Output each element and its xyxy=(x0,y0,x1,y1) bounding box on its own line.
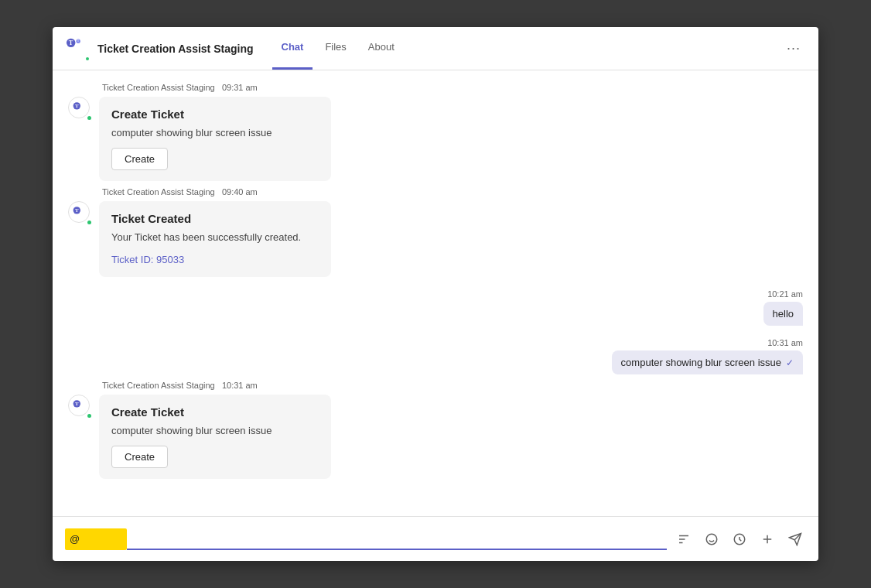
tab-chat[interactable]: Chat xyxy=(272,27,313,70)
header-title: Ticket Creation Assist Staging xyxy=(97,43,254,55)
ticket-id-link[interactable]: Ticket ID: 95033 xyxy=(111,254,184,265)
user-meta-1: 10:21 am xyxy=(767,289,803,299)
card-body-3: computer showing blur screen issue xyxy=(111,425,319,436)
user-message-2: 10:31 am computer showing blur screen is… xyxy=(68,338,803,374)
create-button-2[interactable]: Create xyxy=(111,446,168,468)
create-button-1[interactable]: Create xyxy=(111,148,168,170)
tab-files[interactable]: Files xyxy=(316,27,355,70)
bot-meta-3: Ticket Creation Assist Staging 10:31 am xyxy=(102,381,803,390)
bot-message-3: Ticket Creation Assist Staging 10:31 am … xyxy=(68,381,803,479)
svg-text:T: T xyxy=(75,207,79,213)
bot-avatar-1: T xyxy=(68,97,93,121)
tab-about[interactable]: About xyxy=(359,27,404,70)
card-body-2: Your Ticket has been successfully create… xyxy=(111,231,319,243)
header: T T Ticket Creation Assist Staging Chat … xyxy=(53,27,818,70)
card-title-2: Ticket Created xyxy=(111,212,319,225)
bot-message-1: Ticket Creation Assist Staging 09:31 am … xyxy=(68,83,803,181)
user-meta-2: 10:31 am xyxy=(767,338,803,347)
svg-text:T: T xyxy=(75,103,79,108)
bot-card-3: Create Ticket computer showing blur scre… xyxy=(99,395,331,479)
user-bubble-1: hello xyxy=(763,302,803,326)
user-message-1: 10:21 am hello xyxy=(68,289,803,326)
attach-icon[interactable] xyxy=(757,528,778,550)
send-icon[interactable] xyxy=(784,528,806,550)
bot-card-1: Create Ticket computer showing blur scre… xyxy=(99,97,331,181)
input-underline[interactable] xyxy=(127,528,667,550)
bot-time-1: 09:31 am xyxy=(222,83,258,92)
bot-sender-3: Ticket Creation Assist Staging xyxy=(102,381,215,390)
bot-avatar-2: T xyxy=(68,201,93,226)
bot-sender-2: Ticket Creation Assist Staging xyxy=(102,187,215,197)
input-field-wrap: @ xyxy=(65,528,667,550)
bot-status-2 xyxy=(86,219,93,226)
bot-message-2: Ticket Creation Assist Staging 09:40 am … xyxy=(68,187,803,277)
more-options-button[interactable]: ··· xyxy=(781,36,806,61)
app-window: T T Ticket Creation Assist Staging Chat … xyxy=(53,27,818,561)
check-icon: ✓ xyxy=(786,357,794,368)
user-text-2: computer showing blur screen issue xyxy=(621,357,781,368)
svg-text:T: T xyxy=(75,401,79,406)
card-title-3: Create Ticket xyxy=(111,405,319,419)
bot-status-1 xyxy=(86,115,93,121)
format-icon[interactable] xyxy=(673,528,695,550)
bot-status-3 xyxy=(86,412,93,419)
bot-meta-1: Ticket Creation Assist Staging 09:31 am xyxy=(102,83,803,92)
input-bar: @ xyxy=(53,516,818,561)
emoji-icon[interactable] xyxy=(701,528,722,550)
svg-point-10 xyxy=(706,534,717,545)
sticker-icon[interactable] xyxy=(729,528,750,550)
bot-sender-1: Ticket Creation Assist Staging xyxy=(102,83,215,92)
svg-text:T: T xyxy=(69,39,73,46)
user-bubble-2: computer showing blur screen issue ✓ xyxy=(612,350,803,374)
bot-time-3: 10:31 am xyxy=(222,381,258,390)
card-body-1: computer showing blur screen issue xyxy=(111,127,319,138)
bot-card-2: Ticket Created Your Ticket has been succ… xyxy=(99,201,331,277)
chat-area: Ticket Creation Assist Staging 09:31 am … xyxy=(53,70,818,516)
card-title-1: Create Ticket xyxy=(111,108,319,121)
user-text-1: hello xyxy=(773,308,794,320)
at-symbol[interactable]: @ xyxy=(65,528,127,550)
tab-bar: Chat Files About xyxy=(272,27,404,70)
app-logo: T T xyxy=(65,36,90,61)
bot-time-2: 09:40 am xyxy=(222,187,258,197)
bot-avatar-3: T xyxy=(68,395,93,419)
bot-meta-2: Ticket Creation Assist Staging 09:40 am xyxy=(102,187,803,197)
